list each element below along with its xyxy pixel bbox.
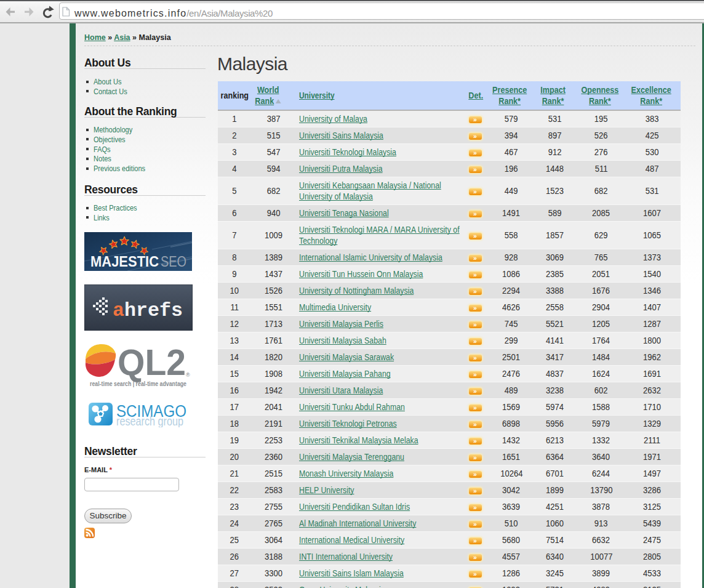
svg-text:MAJESTIC: MAJESTIC <box>90 253 159 270</box>
svg-text:real-time search | real-time a: real-time search | real-time advantage <box>90 380 186 387</box>
svg-text:ahrefs: ahrefs <box>113 300 183 321</box>
svg-text:®: ® <box>186 372 190 378</box>
svg-text:SEO: SEO <box>161 253 186 270</box>
svg-text:QL2: QL2 <box>118 342 186 383</box>
svg-text:research group: research group <box>116 414 183 427</box>
